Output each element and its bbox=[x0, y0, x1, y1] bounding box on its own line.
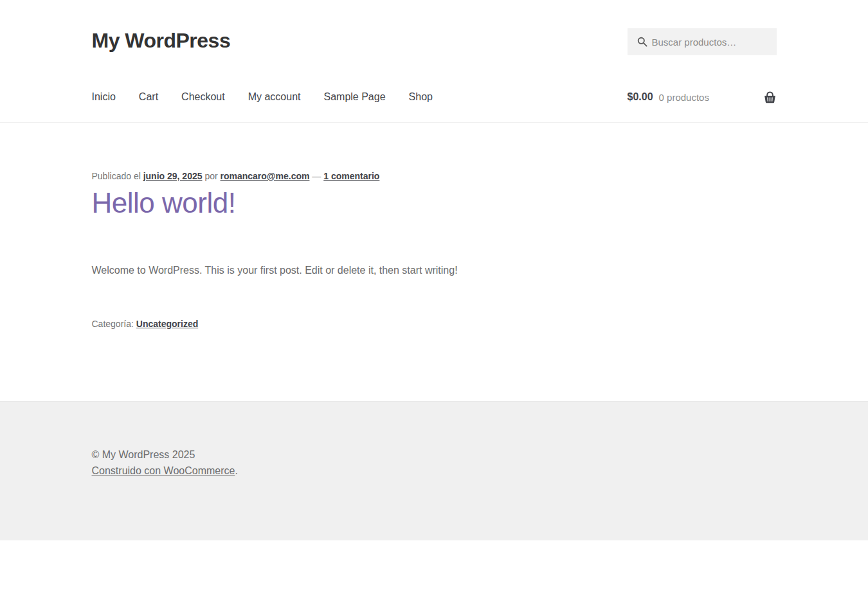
footer-inner: © My WordPress 2025 Construido con WooCo… bbox=[92, 447, 777, 478]
copyright-text: © My WordPress 2025 bbox=[92, 447, 777, 462]
site-header: My WordPress Inicio Cart Checkout My acc… bbox=[0, 0, 868, 123]
footer-credit: Construido con WooCommerce. bbox=[92, 463, 777, 478]
post-comments-link[interactable]: 1 comentario bbox=[323, 171, 379, 181]
meta-by-label: por bbox=[204, 171, 217, 181]
post-title: Hello world! bbox=[92, 186, 777, 220]
nav-item-cart[interactable]: Cart bbox=[139, 90, 158, 104]
site-main: Publicado el junio 29, 2025 por romancar… bbox=[92, 123, 777, 401]
meta-separator: — bbox=[312, 171, 321, 181]
primary-navigation: Inicio Cart Checkout My account Sample P… bbox=[92, 90, 777, 122]
site-footer: © My WordPress 2025 Construido con WooCo… bbox=[0, 401, 868, 540]
cart-item-count: 0 productos bbox=[659, 92, 709, 103]
search-icon bbox=[637, 37, 647, 47]
post-article: Publicado el junio 29, 2025 por romancar… bbox=[92, 170, 777, 330]
post-title-link[interactable]: Hello world! bbox=[92, 187, 236, 218]
product-search-form bbox=[628, 28, 777, 55]
header-top-row: My WordPress bbox=[92, 28, 777, 55]
site-title-link[interactable]: My WordPress bbox=[92, 28, 231, 53]
cart-total: $0.00 bbox=[628, 91, 653, 103]
post-date-link[interactable]: junio 29, 2025 bbox=[143, 171, 203, 181]
nav-item-my-account[interactable]: My account bbox=[248, 90, 301, 104]
woocommerce-credit-link[interactable]: Construido con WooCommerce bbox=[92, 465, 235, 476]
header-cart-link[interactable]: $0.00 0 productos bbox=[628, 91, 777, 103]
shopping-basket-icon bbox=[763, 91, 777, 103]
post-content: Welcome to WordPress. This is your first… bbox=[92, 262, 777, 279]
meta-published-label: Publicado el bbox=[92, 171, 141, 181]
nav-menu: Inicio Cart Checkout My account Sample P… bbox=[92, 90, 433, 104]
category-link[interactable]: Uncategorized bbox=[136, 319, 198, 329]
post-taxonomy: Categoría: Uncategorized bbox=[92, 317, 777, 330]
nav-item-sample-page[interactable]: Sample Page bbox=[324, 90, 386, 104]
nav-item-inicio[interactable]: Inicio bbox=[92, 90, 116, 104]
search-input[interactable] bbox=[628, 28, 777, 55]
entry-meta: Publicado el junio 29, 2025 por romancar… bbox=[92, 170, 777, 182]
nav-item-checkout[interactable]: Checkout bbox=[181, 90, 225, 104]
category-label: Categoría: bbox=[92, 319, 134, 329]
credit-period: . bbox=[235, 465, 237, 476]
nav-item-shop[interactable]: Shop bbox=[409, 90, 433, 104]
post-author-link[interactable]: romancaro@me.com bbox=[221, 171, 310, 181]
